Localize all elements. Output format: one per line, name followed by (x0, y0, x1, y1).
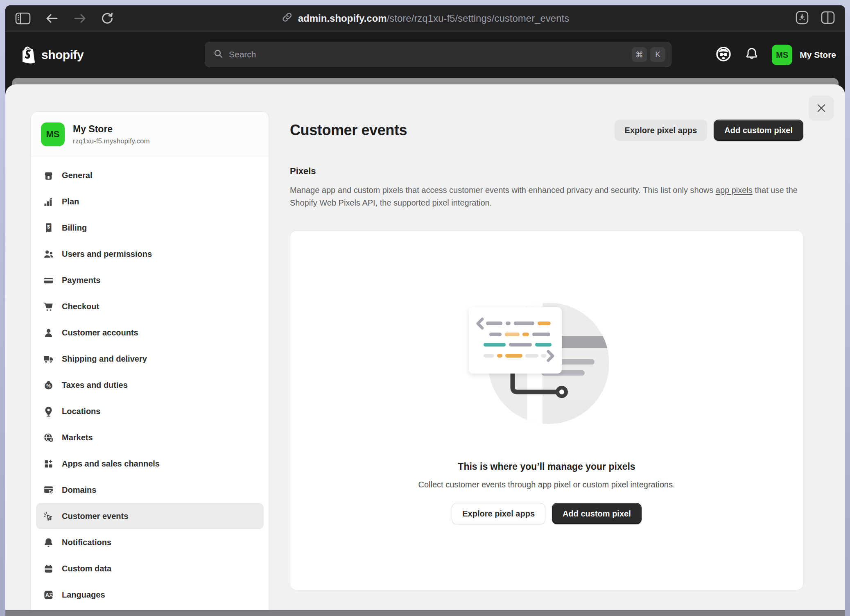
back-icon[interactable] (45, 13, 59, 24)
sidebar-store-name: My Store (73, 124, 150, 135)
sidebar-item-label: Markets (62, 433, 93, 442)
locations-icon (43, 406, 54, 417)
sidebar-item-apps-and-sales-channels[interactable]: Apps and sales channels (36, 451, 264, 477)
shopify-logo: shopify (23, 46, 84, 63)
sidebar-store-header: MS My Store rzq1xu-f5.myshopify.com (31, 112, 269, 157)
settings-page: MS My Store rzq1xu-f5.myshopify.com Gene… (5, 78, 845, 610)
empty-explore-pixel-apps-button[interactable]: Explore pixel apps (452, 503, 545, 524)
add-custom-pixel-button[interactable]: Add custom pixel (714, 120, 803, 141)
sidebar-item-label: Languages (62, 590, 105, 600)
sidebar-item-label: Customer events (62, 512, 128, 521)
forward-icon[interactable] (73, 13, 86, 24)
users-icon (43, 249, 54, 260)
main-content: Customer events Explore pixel apps Add c… (290, 120, 803, 590)
languages-icon: A (43, 589, 54, 600)
pixels-empty-state-card: This is where you’ll manage your pixels … (290, 231, 803, 590)
search-input[interactable]: Search ⌘ K (205, 42, 671, 67)
bell-icon[interactable] (745, 47, 759, 63)
billing-icon: $ (43, 222, 54, 233)
svg-text:$: $ (47, 224, 50, 230)
store-name-label[interactable]: My Store (800, 50, 836, 60)
sidebar-item-label: Taxes and duties (62, 380, 128, 390)
sidebar-item-label: Notifications (62, 538, 111, 547)
pixels-description: Manage app and custom pixels that access… (290, 184, 798, 209)
page-title: Customer events (290, 122, 407, 139)
plan-icon (43, 196, 54, 207)
sidebar-item-label: Customer accounts (62, 328, 138, 337)
empty-state-heading: This is where you’ll manage your pixels (458, 461, 635, 472)
empty-state-subtext: Collect customer events through app pixe… (418, 480, 675, 489)
sidebar-item-label: Users and permissions (62, 249, 152, 259)
sidebar-store-avatar: MS (41, 122, 65, 146)
sidebar-item-users-and-permissions[interactable]: Users and permissions (36, 241, 264, 267)
payments-icon (43, 275, 54, 286)
k-keycap: K (650, 47, 665, 62)
close-button[interactable] (809, 95, 834, 121)
reload-icon[interactable] (101, 12, 113, 25)
store-avatar[interactable]: MS (772, 45, 792, 65)
assistant-icon[interactable] (715, 46, 732, 64)
custom-data-icon (43, 563, 54, 574)
sidebar-item-domains[interactable]: Domains (36, 477, 264, 503)
domains-icon (43, 485, 54, 496)
sidebar-item-plan[interactable]: Plan (36, 188, 264, 215)
split-view-icon[interactable] (821, 11, 835, 26)
pixels-section-heading: Pixels (290, 166, 803, 177)
taxes-icon: % (43, 380, 54, 391)
sidebar-item-custom-data[interactable]: Custom data (36, 555, 264, 582)
sidebar-item-locations[interactable]: Locations (36, 398, 264, 424)
apps-icon (43, 458, 54, 469)
sidebar-item-checkout[interactable]: Checkout (36, 293, 264, 319)
sidebar-item-taxes-and-duties[interactable]: %Taxes and duties (36, 372, 264, 398)
shopify-wordmark: shopify (41, 48, 84, 62)
search-icon (213, 49, 223, 60)
sidebar-menu: GeneralPlan$BillingUsers and permissions… (31, 157, 269, 610)
url-domain: admin.shopify.com (298, 13, 387, 24)
sidebar-item-customer-events[interactable]: Customer events (36, 503, 264, 529)
empty-add-custom-pixel-button[interactable]: Add custom pixel (552, 503, 642, 524)
svg-text:$: $ (50, 437, 52, 442)
sidebar-item-label: Domains (62, 485, 96, 495)
search-shortcut: ⌘ K (632, 47, 665, 62)
settings-modal: MS My Store rzq1xu-f5.myshopify.com Gene… (5, 84, 845, 610)
store-icon (43, 170, 54, 181)
page-settings-icon[interactable] (795, 10, 809, 27)
sidebar-item-label: Billing (62, 223, 87, 233)
sidebar-item-label: Payments (62, 276, 101, 285)
url-path: /store/rzq1xu-f5/settings/customer_event… (387, 13, 570, 24)
pixels-illustration (457, 300, 637, 427)
sidebar-item-languages[interactable]: ALanguages (36, 582, 264, 608)
svg-text:A: A (45, 592, 49, 598)
sidebar-item-label: Locations (62, 407, 100, 416)
sidebar-item-label: Shipping and delivery (62, 354, 147, 364)
app-header: shopify Search ⌘ K (5, 32, 845, 78)
sidebar-item-customer-accounts[interactable]: Customer accounts (36, 319, 264, 346)
sidebar-item-label: Custom data (62, 564, 111, 573)
search-placeholder: Search (229, 50, 626, 59)
checkout-icon (43, 301, 54, 312)
shipping-icon (43, 353, 54, 365)
customer-accounts-icon (43, 327, 54, 338)
cmd-keycap: ⌘ (632, 47, 647, 62)
markets-icon: $ (43, 432, 54, 443)
sidebar-item-label: Checkout (62, 302, 99, 311)
customer-events-icon (43, 511, 54, 522)
app-pixels-link[interactable]: app pixels (716, 186, 753, 195)
sidebar-item-billing[interactable]: $Billing (36, 215, 264, 241)
explore-pixel-apps-button[interactable]: Explore pixel apps (615, 120, 708, 141)
sidebar-item-general[interactable]: General (36, 162, 264, 188)
close-icon (816, 103, 826, 113)
browser-window: admin.shopify.com/store/rzq1xu-f5/settin… (5, 5, 845, 610)
sidebar-store-domain: rzq1xu-f5.myshopify.com (73, 137, 150, 145)
browser-chrome: admin.shopify.com/store/rzq1xu-f5/settin… (5, 5, 845, 32)
address-bar[interactable]: admin.shopify.com/store/rzq1xu-f5/settin… (281, 11, 569, 25)
sidebar-item-label: General (62, 171, 92, 180)
sidebar-item-payments[interactable]: Payments (36, 267, 264, 293)
sidebar-item-label: Apps and sales channels (62, 459, 160, 469)
sidebar-item-shipping-and-delivery[interactable]: Shipping and delivery (36, 346, 264, 372)
sidebar-item-label: Plan (62, 197, 79, 206)
window-bottom-edge (5, 610, 845, 616)
sidebar-toggle-icon[interactable] (15, 12, 31, 25)
sidebar-item-markets[interactable]: $Markets (36, 424, 264, 451)
sidebar-item-notifications[interactable]: Notifications (36, 529, 264, 555)
